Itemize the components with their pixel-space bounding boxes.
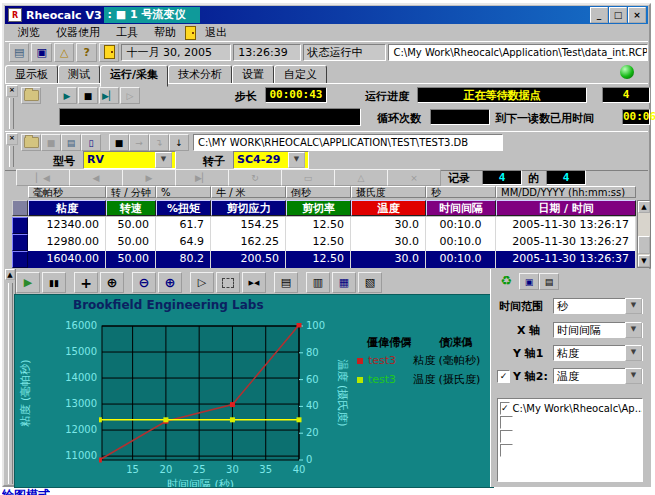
legend-entry[interactable]: test3温度 (摄氏度)	[357, 372, 480, 387]
pan-tool-icon[interactable]	[74, 272, 98, 293]
prev-record-button[interactable]	[69, 169, 123, 186]
zoom-track-icon[interactable]	[100, 272, 124, 293]
column-header[interactable]: 粘度	[28, 200, 106, 216]
column-header[interactable]: 日期 / 时间	[496, 200, 636, 216]
table-row[interactable]: 12980.0050.0064.9162.2512.5030.000:10.02…	[12, 234, 636, 251]
column-header[interactable]: 温度	[351, 200, 426, 216]
refresh-record-button[interactable]	[228, 169, 282, 186]
file-list-item[interactable]	[500, 429, 640, 443]
run-step-button[interactable]	[99, 87, 119, 104]
time-range-dropdown[interactable]: 秒 ▼	[553, 298, 643, 314]
close-band-icon[interactable]: ×	[6, 85, 18, 97]
file-list-item[interactable]	[500, 415, 640, 429]
file-checkbox[interactable]: ✓	[500, 402, 510, 415]
db-record-icon[interactable]	[109, 134, 129, 151]
db-open-icon[interactable]	[21, 134, 41, 151]
row-indicator[interactable]	[12, 251, 28, 268]
collapse-panel-icon[interactable]	[5, 269, 15, 280]
model-dropdown[interactable]: RV ▼	[83, 151, 176, 169]
column-header[interactable]: %扭矩	[156, 200, 211, 216]
db-print-icon[interactable]	[61, 134, 81, 151]
plot-view-icon[interactable]	[519, 273, 539, 290]
chevron-down-icon[interactable]: ▼	[625, 368, 642, 384]
print-chart-icon[interactable]	[358, 272, 382, 293]
zoom-in-icon[interactable]	[158, 272, 182, 293]
scroll-thumb[interactable]	[638, 236, 650, 254]
file-list-item[interactable]: ✓C:\My Work\Rheocalc\Ap...	[500, 401, 640, 415]
copy-chart-icon[interactable]	[306, 272, 330, 293]
delete-record-button[interactable]	[387, 169, 441, 186]
legend-entry[interactable]: test3粘度 (毫帕秒)	[357, 353, 480, 368]
menu-exit[interactable]: 退出	[198, 24, 234, 41]
column-header[interactable]: 剪切应力	[211, 200, 286, 216]
band-drag-handle[interactable]	[9, 146, 14, 167]
table-row[interactable]: 16040.0050.0080.2200.5012.5030.000:10.02…	[12, 251, 636, 268]
table-row[interactable]: 12340.0050.0061.7154.2512.5030.000:10.02…	[12, 217, 636, 234]
db-append-icon[interactable]	[169, 134, 189, 151]
tab-技术分析[interactable]: 技术分析	[168, 65, 232, 84]
menu-instrument[interactable]: 仪器使用	[49, 24, 107, 41]
chart-properties-icon[interactable]	[274, 272, 298, 293]
scroll-down-icon[interactable]	[638, 255, 650, 267]
close-button[interactable]: ×	[628, 7, 646, 23]
column-header[interactable]: 剪切率	[286, 200, 351, 216]
run-stop-button[interactable]	[78, 87, 98, 104]
column-header[interactable]: 转速	[106, 200, 156, 216]
chevron-down-icon[interactable]: ▼	[625, 298, 642, 314]
file-checkbox[interactable]	[500, 416, 513, 429]
menu-help[interactable]: 帮助	[147, 24, 183, 41]
refresh-plot-icon[interactable]	[497, 273, 515, 288]
minimize-button[interactable]: _	[590, 7, 608, 23]
chart-pause-button[interactable]	[42, 272, 66, 293]
y1-axis-dropdown[interactable]: 粘度 ▼	[553, 345, 643, 361]
maximize-button[interactable]: □	[609, 7, 627, 23]
tab-运行/采集[interactable]: 运行/采集	[100, 65, 168, 87]
fit-axes-icon[interactable]	[242, 272, 266, 293]
chevron-down-icon[interactable]: ▼	[625, 322, 642, 338]
file-checkbox[interactable]	[500, 444, 513, 457]
row-indicator[interactable]	[12, 234, 28, 251]
help-icon[interactable]	[76, 43, 96, 62]
column-header[interactable]: 时间间隔	[426, 200, 496, 216]
tab-设置[interactable]: 设置	[232, 65, 274, 84]
run-skip-button[interactable]	[120, 87, 140, 104]
row-indicator[interactable]	[12, 217, 28, 234]
tab-显示板[interactable]: 显示板	[5, 65, 58, 84]
chart-play-button[interactable]	[16, 272, 40, 293]
table-scrollbar[interactable]	[637, 200, 651, 268]
y2-axis-checkbox[interactable]: ✓	[497, 370, 510, 383]
add-record-button[interactable]	[334, 169, 388, 186]
edit-record-button[interactable]	[281, 169, 335, 186]
panel-drag-handle[interactable]	[8, 283, 13, 484]
chevron-down-icon[interactable]: ▼	[155, 152, 172, 168]
plot-setup-icon[interactable]	[539, 273, 559, 290]
save-chart-icon[interactable]	[332, 272, 356, 293]
first-record-button[interactable]	[16, 169, 70, 186]
cursor-tool-icon[interactable]	[190, 272, 214, 293]
open-run-icon[interactable]	[21, 87, 41, 104]
alarm-icon[interactable]	[54, 43, 74, 62]
band-drag-handle[interactable]	[9, 98, 14, 129]
chevron-down-icon[interactable]: ▼	[625, 345, 642, 361]
menu-tools[interactable]: 工具	[109, 24, 145, 41]
close-band-icon[interactable]: ×	[6, 133, 18, 145]
next-record-button[interactable]	[122, 169, 176, 186]
display-icon[interactable]	[31, 43, 51, 62]
menu-browse[interactable]: 浏览	[11, 24, 47, 41]
tab-测试[interactable]: 测试	[58, 65, 100, 84]
file-list-item[interactable]	[500, 443, 640, 457]
file-checkbox[interactable]	[500, 430, 513, 443]
scroll-up-icon[interactable]	[638, 201, 650, 213]
exit-icon[interactable]	[99, 43, 119, 62]
y2-axis-dropdown[interactable]: 温度 ▼	[553, 368, 643, 384]
last-record-button[interactable]	[175, 169, 229, 186]
chevron-down-icon[interactable]: ▼	[288, 152, 305, 168]
x-axis-dropdown[interactable]: 时间间隔 ▼	[553, 322, 643, 338]
run-start-button[interactable]	[57, 87, 77, 104]
spindle-dropdown[interactable]: SC4-29 ▼	[233, 151, 309, 169]
zoom-out-icon[interactable]	[132, 272, 156, 293]
select-region-icon[interactable]	[216, 272, 240, 293]
db-close-icon[interactable]	[41, 134, 61, 151]
print-icon[interactable]	[9, 43, 29, 62]
db-import-icon[interactable]	[149, 134, 169, 151]
